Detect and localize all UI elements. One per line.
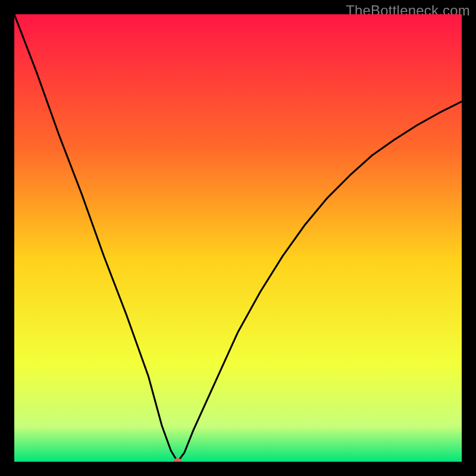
- bottleneck-chart: [14, 14, 462, 462]
- gradient-background: [14, 14, 462, 462]
